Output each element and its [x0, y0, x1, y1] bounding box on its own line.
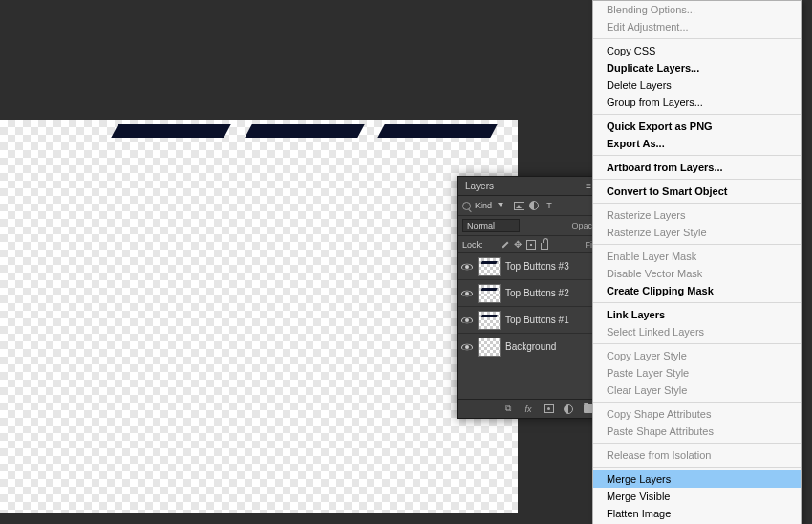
menu-item-group-from-layers[interactable]: Group from Layers...	[593, 94, 801, 111]
menu-item-label: Copy CSS	[607, 45, 655, 56]
chevron-down-icon[interactable]	[498, 203, 503, 208]
menu-separator	[593, 203, 801, 204]
menu-item-merge-visible[interactable]: Merge Visible	[593, 488, 801, 505]
menu-item-convert-to-smart-object[interactable]: Convert to Smart Object	[593, 183, 801, 200]
layers-panel[interactable]: Layers ≡ Kind T Normal Opaci Lock: ✥ Fil…	[457, 176, 600, 419]
canvas-area[interactable]	[0, 120, 518, 513]
filter-adjustment-icon[interactable]	[528, 200, 540, 211]
layer-effects-icon[interactable]: fx	[523, 404, 534, 415]
menu-item-export-as[interactable]: Export As...	[593, 135, 801, 152]
blend-mode-value: Normal	[467, 221, 495, 230]
menu-item-rasterize-layer-style: Rasterize Layer Style	[593, 224, 801, 241]
menu-item-merge-layers[interactable]: Merge Layers	[593, 470, 801, 488]
filter-pixel-icon[interactable]	[513, 200, 524, 211]
lock-all-icon[interactable]	[540, 239, 550, 250]
lock-transparency-icon[interactable]	[487, 239, 498, 250]
layer-row[interactable]: Top Buttons #3	[458, 253, 599, 280]
visibility-toggle-icon[interactable]	[461, 261, 473, 273]
menu-item-select-linked-layers: Select Linked Layers	[593, 323, 801, 340]
layer-thumbnail[interactable]	[478, 338, 501, 357]
add-mask-icon[interactable]	[543, 404, 554, 415]
lock-position-icon[interactable]: ✥	[513, 239, 524, 250]
menu-item-label: Artboard from Layers...	[607, 162, 723, 173]
menu-item-delete-layers[interactable]: Delete Layers	[593, 76, 801, 94]
layer-thumbnail[interactable]	[478, 284, 501, 303]
menu-item-label: Quick Export as PNG	[607, 120, 713, 132]
menu-item-label: Export As...	[607, 138, 665, 149]
menu-item-label: Disable Vector Mask	[607, 268, 702, 279]
menu-item-label: Convert to Smart Object	[607, 186, 728, 197]
menu-item-label: Merge Layers	[607, 473, 671, 485]
filter-type-icon[interactable]: T	[544, 200, 555, 211]
menu-separator	[593, 114, 801, 115]
menu-item-flatten-image[interactable]: Flatten Image	[593, 505, 801, 522]
visibility-toggle-icon[interactable]	[461, 341, 473, 353]
menu-separator	[593, 244, 801, 245]
layer-row[interactable]: Top Buttons #1	[458, 307, 599, 334]
canvas-shape-2[interactable]	[245, 124, 364, 138]
layer-thumbnail[interactable]	[478, 311, 501, 330]
menu-item-label: Enable Layer Mask	[607, 251, 696, 262]
menu-item-copy-css[interactable]: Copy CSS	[593, 42, 801, 59]
menu-item-enable-layer-mask: Enable Layer Mask	[593, 248, 801, 265]
menu-item-label: Copy Shape Attributes	[607, 408, 711, 420]
menu-item-duplicate-layers[interactable]: Duplicate Layers...	[593, 59, 801, 76]
menu-item-label: Release from Isolation	[607, 449, 711, 461]
layer-name[interactable]: Top Buttons #1	[505, 315, 569, 325]
menu-item-blending-options: Blending Options...	[593, 1, 801, 18]
menu-item-paste-shape-attributes: Paste Shape Attributes	[593, 423, 801, 440]
menu-item-label: Rasterize Layers	[607, 209, 686, 221]
layers-tab-label: Layers	[465, 181, 494, 191]
blend-mode-row: Normal Opaci	[458, 216, 599, 236]
menu-item-link-layers[interactable]: Link Layers	[593, 306, 801, 323]
menu-separator	[593, 402, 801, 403]
layers-panel-tab[interactable]: Layers ≡	[458, 177, 599, 196]
layer-thumbnail[interactable]	[478, 257, 501, 276]
filter-kind-select[interactable]: Kind	[475, 201, 494, 210]
menu-item-release-from-isolation: Release from Isolation	[593, 447, 801, 464]
layer-name[interactable]: Top Buttons #2	[505, 288, 569, 298]
new-adjustment-icon[interactable]	[563, 404, 574, 415]
blend-mode-select[interactable]: Normal	[462, 219, 520, 232]
layer-name[interactable]: Background	[505, 341, 556, 352]
menu-separator	[593, 343, 801, 344]
canvas-shape-3[interactable]	[377, 124, 497, 138]
menu-item-quick-export-as-png[interactable]: Quick Export as PNG	[593, 118, 801, 135]
layers-list: Top Buttons #3 Top Buttons #2 Top Button…	[458, 253, 599, 360]
lock-artboard-icon[interactable]	[526, 239, 537, 250]
panel-menu-icon[interactable]: ≡	[586, 181, 591, 191]
lock-row: Lock: ✥ Fil	[458, 236, 599, 253]
menu-item-label: Paste Layer Style	[607, 367, 689, 379]
menu-item-copy-shape-attributes: Copy Shape Attributes	[593, 405, 801, 423]
layer-row[interactable]: Top Buttons #2	[458, 280, 599, 307]
menu-item-label: Edit Adjustment...	[607, 21, 689, 33]
menu-separator	[593, 38, 801, 39]
layer-row[interactable]: Background	[458, 334, 599, 360]
visibility-toggle-icon[interactable]	[461, 315, 473, 326]
menu-item-artboard-from-layers[interactable]: Artboard from Layers...	[593, 159, 801, 176]
menu-item-label: Flatten Image	[607, 508, 671, 519]
lock-pixels-icon[interactable]	[501, 240, 510, 250]
layer-filter-row: Kind T	[458, 196, 599, 216]
menu-item-label: Group from Layers...	[607, 97, 703, 108]
link-layers-icon[interactable]	[502, 404, 514, 415]
menu-item-label: Clear Layer Style	[607, 384, 687, 396]
menu-item-label: Duplicate Layers...	[607, 62, 699, 74]
canvas-shape-1[interactable]	[111, 124, 230, 138]
menu-item-disable-vector-mask: Disable Vector Mask	[593, 265, 801, 282]
menu-separator	[593, 302, 801, 303]
menu-item-label: Create Clipping Mask	[607, 285, 714, 296]
menu-separator	[593, 179, 801, 180]
menu-item-label: Delete Layers	[607, 79, 672, 91]
menu-item-create-clipping-mask[interactable]: Create Clipping Mask	[593, 282, 801, 299]
menu-item-label: Copy Layer Style	[607, 350, 687, 361]
visibility-toggle-icon[interactable]	[461, 288, 473, 299]
search-icon[interactable]	[462, 202, 471, 210]
transparency-grid	[0, 120, 518, 513]
menu-item-label: Select Linked Layers	[607, 326, 704, 338]
opacity-label[interactable]: Opaci	[571, 221, 594, 230]
menu-separator	[593, 467, 801, 468]
layer-name[interactable]: Top Buttons #3	[505, 261, 569, 272]
menu-item-clear-layer-style: Clear Layer Style	[593, 382, 801, 399]
menu-item-label: Rasterize Layer Style	[607, 227, 707, 238]
